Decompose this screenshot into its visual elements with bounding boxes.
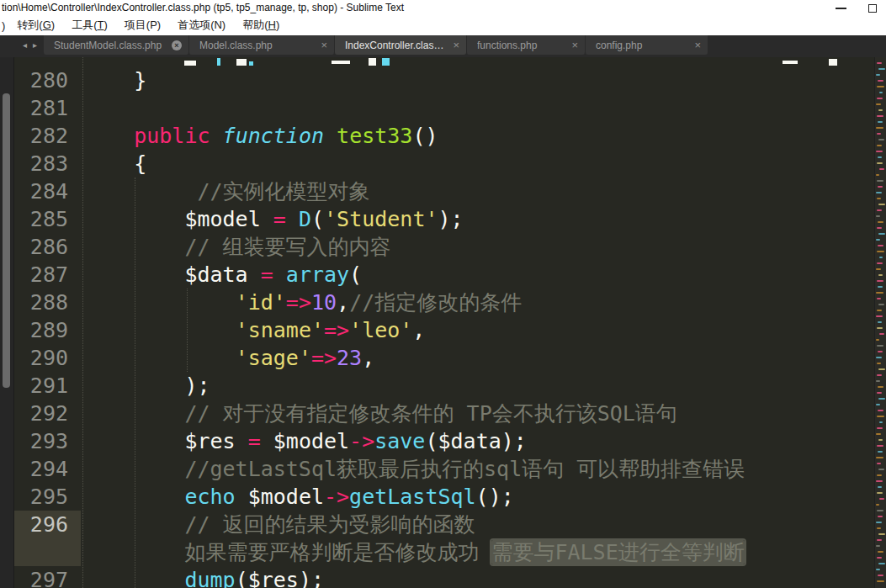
minimap-line: [878, 286, 883, 288]
code-text: );: [83, 372, 874, 400]
code-line[interactable]: 283 {: [0, 150, 886, 177]
minimap-line: [878, 321, 882, 323]
minimap-line: [876, 174, 879, 176]
tab-label: config.php: [596, 40, 687, 51]
line-number: 287: [14, 261, 81, 289]
code-line[interactable]: 288 'id'=>10,//指定修改的条件: [0, 289, 886, 316]
line-number: 286: [14, 233, 81, 261]
minimize-button[interactable]: [829, 0, 854, 15]
code-line[interactable]: 286 // 组装要写入的内容: [0, 233, 886, 261]
minimap-line: [878, 398, 885, 400]
minimap-line: [878, 516, 883, 517]
minimap-line: [878, 304, 884, 305]
minimap-line: [878, 563, 885, 564]
minimap-line: [878, 410, 883, 411]
code-text: 'sage'=>23,: [83, 344, 874, 372]
line-number: 296: [14, 511, 81, 538]
tab-Model.class.php[interactable]: Model.class.php×: [189, 35, 334, 55]
code-line[interactable]: 如果需要严格判断是否修改成功 需要与FALSE进行全等判断: [0, 538, 886, 566]
minimap-line: [878, 80, 883, 82]
minimap-line: [876, 545, 880, 547]
minimap-line: [878, 451, 883, 453]
minimap-line: [878, 351, 883, 352]
minimap-line: [877, 86, 884, 87]
code-line[interactable]: 292 // 对于没有指定修改条件的 TP会不执行该SQL语句: [0, 400, 886, 427]
selected-text[interactable]: 需要与FALSE进行全等判断: [491, 540, 744, 564]
minimap-line: [876, 239, 880, 241]
tab-close-icon[interactable]: ×: [694, 40, 701, 50]
code-line[interactable]: 295 echo $model->getLastSql();: [0, 483, 886, 511]
menu-item[interactable]: ): [0, 19, 8, 32]
code-text: //实例化模型对象: [83, 177, 874, 205]
restore-button[interactable]: [861, 0, 886, 15]
tab-close-icon[interactable]: ×: [571, 40, 578, 50]
minimap-line: [876, 433, 881, 435]
code-line[interactable]: 289 'sname'=>'leo',: [0, 316, 886, 344]
tab-scroll-left-icon[interactable]: ◂: [23, 40, 27, 50]
minimap-line: [878, 121, 883, 123]
code-line[interactable]: 281: [0, 94, 886, 122]
minimap-line: [877, 133, 881, 135]
code-line[interactable]: 290 'sage'=>23,: [0, 344, 886, 372]
tab-scroll-right-icon[interactable]: ▸: [33, 40, 37, 50]
minimap-line: [877, 463, 881, 464]
indent-guide: [135, 177, 135, 588]
tab-IndexController.class.php[interactable]: IndexController.class.php×: [335, 35, 466, 55]
menu-item[interactable]: 首选项(N): [169, 18, 234, 33]
indent-guide: [82, 57, 83, 588]
minimap-line: [877, 445, 883, 447]
code-text: // 组装要写入的内容: [83, 233, 874, 261]
line-number: 281: [14, 94, 81, 122]
tab-bar: ◂ ▸ StudentModel.class.php×Model.class.p…: [0, 35, 886, 57]
minimap-line: [877, 539, 882, 541]
code-text: }: [83, 66, 874, 94]
code-line[interactable]: 284 //实例化模型对象: [0, 177, 886, 205]
minimap-line: [877, 280, 883, 282]
line-number: 295: [14, 483, 81, 511]
code-line[interactable]: 285 $model = D('Student');: [0, 205, 886, 233]
tab-StudentModel.class.php[interactable]: StudentModel.class.php×: [44, 35, 188, 55]
menu-item[interactable]: 项目(P): [116, 18, 169, 33]
menu-item[interactable]: 工具(T): [63, 18, 116, 33]
minimap-line: [877, 427, 883, 429]
minimap-line: [876, 151, 883, 152]
minimap-line: [879, 257, 883, 258]
minimap-line: [879, 421, 883, 423]
minimap-line: [876, 103, 881, 105]
code-line[interactable]: 282 public function test33(): [0, 122, 886, 150]
partial-glyph: [184, 61, 196, 66]
line-number: 285: [14, 205, 81, 233]
restore-icon: [868, 4, 877, 13]
partial-glyph: [249, 61, 253, 66]
minimap-line: [878, 156, 882, 158]
minimap-line: [876, 522, 882, 523]
tab-dirty-close-icon[interactable]: ×: [172, 40, 182, 50]
tab-close-icon[interactable]: ×: [453, 40, 459, 50]
minimap-line: [877, 145, 882, 146]
menu-item[interactable]: 转到(G): [8, 18, 63, 33]
tab-label: StudentModel.class.php: [54, 40, 165, 51]
code-line[interactable]: 287 $data = array(: [0, 261, 886, 289]
minimap-line: [877, 180, 883, 182]
minimap-line: [878, 233, 885, 235]
minimap-line: [877, 374, 882, 376]
minimap-line: [877, 363, 881, 364]
code-line[interactable]: 294 //getLastSql获取最后执行的sql语句 可以帮助排查错误: [0, 455, 886, 483]
tab-close-icon[interactable]: ×: [321, 40, 327, 50]
minimap-line: [877, 510, 883, 511]
minimap-line: [876, 74, 880, 76]
code-line[interactable]: 296 // 返回的结果为受影响的函数: [0, 511, 886, 538]
partial-glyph: [217, 58, 220, 66]
code-line-partial[interactable]: [0, 57, 886, 66]
minimap[interactable]: [874, 57, 886, 588]
tab-config.php[interactable]: config.php×: [586, 35, 708, 55]
code-line[interactable]: 293 $res = $model->save($data);: [0, 427, 886, 455]
menu-item[interactable]: 帮助(H): [234, 18, 288, 33]
code-line[interactable]: 280 }: [0, 66, 886, 94]
code-line[interactable]: 297 dump($res);: [0, 566, 886, 588]
code-line[interactable]: 291 );: [0, 372, 886, 400]
menu-bar: )转到(G)工具(T)项目(P)首选项(N)帮助(H): [0, 15, 886, 35]
minimap-line: [877, 580, 884, 582]
tab-functions.php[interactable]: functions.php×: [467, 35, 585, 55]
minimap-line: [877, 492, 883, 494]
